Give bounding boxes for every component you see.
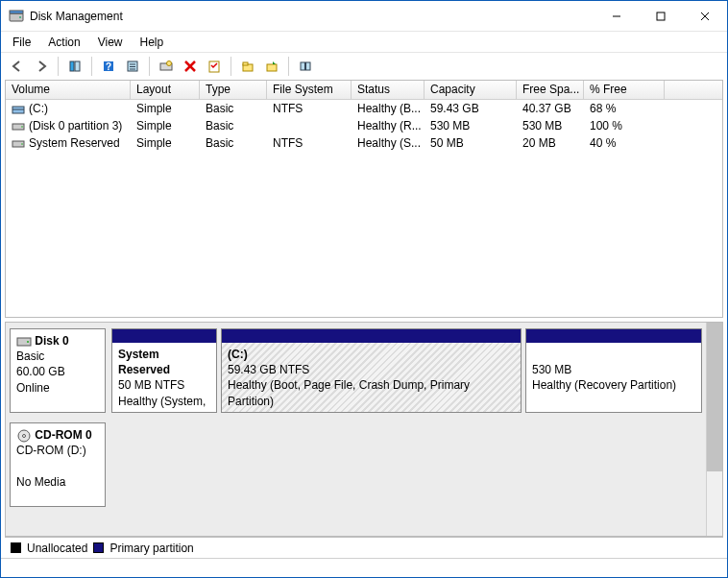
- column-type[interactable]: Type: [200, 81, 267, 99]
- volume-name: System Reserved: [29, 136, 120, 150]
- toolbar-separator: [91, 57, 92, 76]
- svg-point-2: [19, 16, 21, 18]
- volume-capacity: 530 MB: [425, 119, 517, 132]
- column-volume[interactable]: Volume: [6, 81, 131, 99]
- volume-type: Basic: [200, 102, 267, 115]
- volume-layout: Simple: [131, 119, 200, 132]
- volume-row[interactable]: System Reserved Simple Basic NTFS Health…: [6, 134, 722, 152]
- show-hide-tree-icon[interactable]: [64, 56, 85, 77]
- partition-title: (C:): [228, 348, 248, 361]
- disk-graphic-panel: Disk 0 Basic 60.00 GB Online System Rese…: [5, 322, 723, 537]
- column-layout[interactable]: Layout: [131, 81, 200, 99]
- disk-title: Disk 0: [35, 334, 68, 348]
- partition-title: System Reserved: [118, 348, 170, 376]
- disk-status: Online: [16, 381, 50, 395]
- toolbar-separator: [58, 57, 59, 76]
- disk-icon: [16, 336, 32, 348]
- volume-row[interactable]: (Disk 0 partition 3) Simple Basic Health…: [6, 117, 722, 134]
- volume-type: Basic: [200, 119, 267, 132]
- settings-icon[interactable]: [295, 56, 316, 77]
- app-icon: [9, 9, 24, 24]
- disk-partitions: System Reserved 50 MB NTFS Healthy (Syst…: [111, 328, 702, 413]
- column-pctfree[interactable]: % Free: [584, 81, 665, 99]
- svg-point-30: [21, 143, 23, 145]
- status-bar: [1, 558, 727, 577]
- maximize-button[interactable]: [639, 1, 683, 32]
- close-button[interactable]: [683, 1, 727, 32]
- scrollbar-thumb[interactable]: [707, 323, 722, 471]
- toolbar-separator: [149, 57, 150, 76]
- details-icon[interactable]: [122, 56, 143, 77]
- partition-block[interactable]: System Reserved 50 MB NTFS Healthy (Syst…: [111, 328, 217, 413]
- partition-line3: Healthy (Recovery Partition): [532, 378, 676, 392]
- column-status[interactable]: Status: [352, 81, 425, 99]
- menu-view[interactable]: View: [90, 34, 131, 51]
- volume-row[interactable]: (C:) Simple Basic NTFS Healthy (B... 59.…: [6, 100, 722, 117]
- svg-point-28: [21, 126, 23, 128]
- partition-line2: 59.43 GB NTFS: [228, 363, 309, 376]
- toolbar: ?: [1, 53, 727, 80]
- disk-type: CD-ROM (D:): [16, 444, 86, 457]
- disk-row: CD-ROM 0 CD-ROM (D:) No Media: [10, 422, 702, 507]
- svg-rect-24: [304, 62, 306, 70]
- minimize-button[interactable]: [595, 1, 639, 32]
- partition-block[interactable]: 530 MB Healthy (Recovery Partition): [525, 328, 702, 413]
- volume-layout: Simple: [131, 136, 200, 150]
- column-filesystem[interactable]: File System: [267, 81, 352, 99]
- volume-list-header: Volume Layout Type File System Status Ca…: [6, 81, 722, 100]
- partition-line3: Healthy (System, A: [118, 395, 206, 412]
- svg-text:?: ?: [106, 61, 111, 72]
- legend-label-primary: Primary partition: [109, 542, 193, 555]
- volume-capacity: 59.43 GB: [425, 102, 517, 115]
- menu-bar: File Action View Help: [1, 32, 727, 53]
- volume-free: 40.37 GB: [517, 102, 584, 115]
- volume-capacity: 50 MB: [425, 136, 517, 150]
- svg-rect-1: [10, 11, 23, 13]
- explore-icon[interactable]: [237, 56, 258, 77]
- forward-arrow-icon[interactable]: [31, 56, 52, 77]
- help-icon[interactable]: ?: [98, 56, 119, 77]
- svg-rect-21: [243, 62, 248, 65]
- properties-icon[interactable]: [204, 56, 225, 77]
- legend-swatch-unallocated: [11, 542, 21, 553]
- toolbar-separator: [231, 57, 231, 76]
- disk-label[interactable]: Disk 0 Basic 60.00 GB Online: [10, 328, 106, 413]
- menu-help[interactable]: Help: [133, 34, 172, 51]
- volume-status: Healthy (R...: [352, 119, 425, 132]
- menu-file[interactable]: File: [5, 34, 38, 51]
- disk-title: CD-ROM 0: [35, 428, 91, 442]
- disk-management-window: Disk Management File Action View Help ?: [0, 0, 728, 578]
- volume-pct: 68 %: [584, 102, 665, 115]
- back-arrow-icon[interactable]: [7, 56, 28, 77]
- wizard-icon[interactable]: [261, 56, 282, 77]
- disk-status: No Media: [16, 475, 65, 489]
- vertical-scrollbar[interactable]: [706, 323, 722, 536]
- volume-status: Healthy (S...: [352, 136, 425, 150]
- refresh-icon[interactable]: [156, 56, 177, 77]
- toolbar-separator: [288, 57, 289, 76]
- volume-pct: 40 %: [584, 136, 665, 150]
- legend-label-unallocated: Unallocated: [27, 542, 87, 555]
- column-capacity[interactable]: Capacity: [425, 81, 517, 99]
- volume-name: (Disk 0 partition 3): [29, 119, 122, 132]
- window-title: Disk Management: [30, 10, 123, 23]
- partition-block[interactable]: (C:) 59.43 GB NTFS Healthy (Boot, Page F…: [221, 328, 522, 413]
- disk-label[interactable]: CD-ROM 0 CD-ROM (D:) No Media: [10, 422, 106, 507]
- partition-icon: [12, 138, 25, 150]
- menu-action[interactable]: Action: [40, 34, 87, 51]
- svg-point-34: [23, 434, 26, 437]
- delete-icon[interactable]: [180, 56, 201, 77]
- disk-row: Disk 0 Basic 60.00 GB Online System Rese…: [10, 328, 702, 413]
- disk-type: Basic: [16, 349, 44, 363]
- disk-size: 60.00 GB: [16, 365, 65, 378]
- title-bar: Disk Management: [1, 1, 727, 32]
- partition-stripe: [526, 329, 701, 343]
- svg-rect-22: [267, 64, 277, 71]
- disk-partitions-empty: [111, 422, 702, 507]
- svg-point-16: [167, 61, 172, 66]
- volume-type: Basic: [200, 136, 267, 150]
- volume-list-panel: Volume Layout Type File System Status Ca…: [5, 80, 723, 318]
- volume-status: Healthy (B...: [352, 102, 425, 115]
- svg-rect-4: [657, 12, 665, 20]
- column-freespace[interactable]: Free Spa...: [517, 81, 584, 99]
